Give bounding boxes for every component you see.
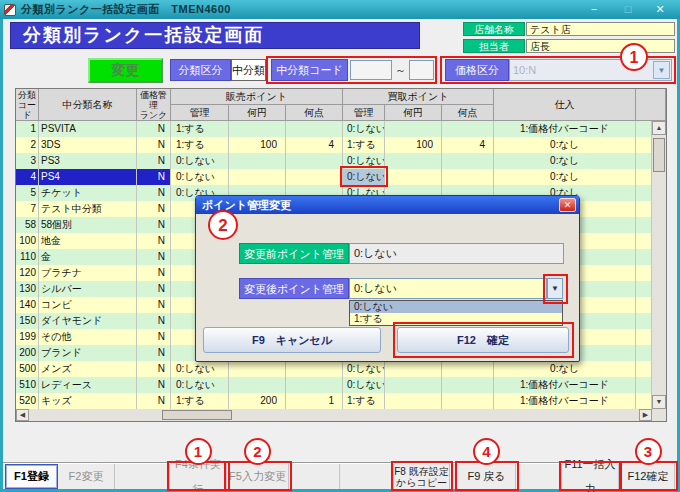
annotation-box-highlight-cell (340, 166, 388, 187)
cell-b_mgmt: 0:しない (343, 121, 385, 137)
cell-s_pts: 1 (286, 393, 343, 409)
col-header-purchase-points: 買取ポイント (343, 89, 494, 105)
scrollbar-corner (652, 409, 666, 421)
scroll-left-icon[interactable]: ◀ (16, 409, 29, 421)
table-row[interactable]: 23DSN1:する10041:する10040:なし (16, 137, 652, 153)
maximize-button[interactable]: □ (616, 1, 640, 17)
cell-b_mgmt: 0:しない (343, 361, 385, 377)
cell-supply: 1:価格付バーコード (494, 377, 636, 393)
fkey-empty-slot (516, 464, 562, 489)
cell-s_pts (286, 153, 343, 169)
cell-fill (636, 281, 652, 297)
col-header-name: 中分類名称 (39, 89, 137, 121)
cell-fill (636, 345, 652, 361)
cell-fill (636, 361, 652, 377)
cell-b_yen (385, 153, 442, 169)
scroll-down-icon[interactable]: ▼ (652, 395, 666, 409)
cell-s_pts (286, 361, 343, 377)
category-type-label: 分類区分 (170, 59, 231, 81)
cell-b_pts (442, 121, 494, 137)
close-icon[interactable]: ✕ (559, 198, 576, 212)
col-header-sales-pts: 何点 (286, 105, 343, 121)
close-icon[interactable]: ✕ (648, 1, 672, 17)
col-header-purchase-pts: 何点 (442, 105, 494, 121)
fkey-button-8[interactable]: F8 既存設定 からコピー (394, 464, 450, 489)
dropdown-option[interactable]: 0:しない (350, 301, 562, 313)
cell-rank: N (137, 377, 171, 393)
horizontal-scrollbar (16, 409, 652, 421)
table-row[interactable]: 500メンズN0:しない0:しない0:なし (16, 361, 652, 377)
cell-code: 100 (16, 233, 39, 249)
annotation-circle-4: 4 (473, 438, 500, 465)
cell-code: 520 (16, 393, 39, 409)
horizontal-scroll-thumb[interactable] (162, 410, 232, 420)
cell-name: PSVITA (39, 121, 137, 137)
fkey-button-11[interactable]: F11一括入力 (562, 464, 619, 489)
cell-code: 150 (16, 313, 39, 329)
cell-code: 5 (16, 185, 39, 201)
cell-b_yen (385, 121, 442, 137)
cell-supply: 0:なし (494, 169, 636, 185)
col-header-sales-mgmt: 管理 (171, 105, 229, 121)
cell-code: 7 (16, 201, 39, 217)
annotation-circle-1: 1 (185, 438, 212, 465)
cell-fill (636, 201, 652, 217)
table-row[interactable]: 3PS3N0:しない0:しない0:なし (16, 153, 652, 169)
col-header-supply: 仕入 (494, 89, 636, 121)
cell-code: 200 (16, 345, 39, 361)
cell-name: PS3 (39, 153, 137, 169)
minimize-button[interactable]: − (582, 1, 606, 17)
window-titlebar: 分類別ランク一括設定画面 TMEN4600 − □ ✕ (0, 0, 680, 19)
fkey-button-4[interactable]: F4条件実行 (170, 464, 227, 489)
cell-code: 1 (16, 121, 39, 137)
cell-supply: 0:なし (494, 361, 636, 377)
cell-code: 500 (16, 361, 39, 377)
col-header-code: 分類コード (16, 89, 39, 121)
col-header-sales-yen: 何円 (229, 105, 286, 121)
fkey-button-1[interactable]: F1登録 (5, 464, 58, 489)
cell-b_pts (442, 169, 494, 185)
scroll-up-icon[interactable]: ▲ (652, 121, 666, 135)
cell-name: メンズ (39, 361, 137, 377)
table-row[interactable]: 520キッズN1:する20011:する1:価格付バーコード (16, 393, 652, 409)
cell-rank: N (137, 233, 171, 249)
change-mode-button[interactable]: 変更 (88, 58, 163, 83)
cell-name: ブランド (39, 345, 137, 361)
vertical-scroll-thumb[interactable] (653, 138, 665, 172)
annotation-box-dropdown-arrow (543, 274, 568, 304)
cell-rank: N (137, 329, 171, 345)
cell-fill (636, 233, 652, 249)
scroll-right-icon[interactable]: ▶ (639, 409, 652, 421)
app-window: 分類別ランク一括設定画面 TMEN4600 − □ ✕ 分類別ランク一括設定画面… (0, 0, 680, 492)
fkey-button-2[interactable]: F2変更 (58, 464, 115, 489)
cell-rank: N (137, 281, 171, 297)
cell-name: ダイヤモンド (39, 313, 137, 329)
cell-rank: N (137, 201, 171, 217)
app-icon (4, 4, 16, 16)
cell-fill (636, 153, 652, 169)
after-point-dropdown[interactable]: 0:しない (349, 278, 547, 299)
cell-rank: N (137, 185, 171, 201)
fkey-button-12[interactable]: F12確定 (622, 464, 675, 489)
cell-supply: 1:価格付バーコード (494, 393, 636, 409)
after-point-label: 変更後ポイント管理 (239, 278, 349, 299)
col-header-filler (636, 89, 666, 121)
cell-fill (636, 249, 652, 265)
table-row[interactable]: 510レディースN0:しない0:しない1:価格付バーコード (16, 377, 652, 393)
cancel-button[interactable]: F9 キャンセル (203, 327, 381, 353)
cell-s_yen (229, 361, 286, 377)
cell-name: 金 (39, 249, 137, 265)
cell-s_yen: 100 (229, 137, 286, 153)
cell-name: コンビ (39, 297, 137, 313)
fkey-button-9[interactable]: F9 戻る (458, 464, 516, 489)
table-row[interactable]: 4PS4N0:しない0:しない0:なし (16, 169, 652, 185)
cell-name: シルバー (39, 281, 137, 297)
cell-rank: N (137, 137, 171, 153)
fkey-button-5[interactable]: F5入力変更 (227, 464, 289, 489)
table-row[interactable]: 1PSVITAN1:する0:しない1:価格付バーコード (16, 121, 652, 137)
dialog-title: ポイント管理変更 (202, 199, 291, 211)
col-header-sales-points: 販売ポイント (171, 89, 343, 105)
fkey-empty-slot (289, 464, 340, 489)
cell-fill (636, 217, 652, 233)
cell-name: レディース (39, 377, 137, 393)
